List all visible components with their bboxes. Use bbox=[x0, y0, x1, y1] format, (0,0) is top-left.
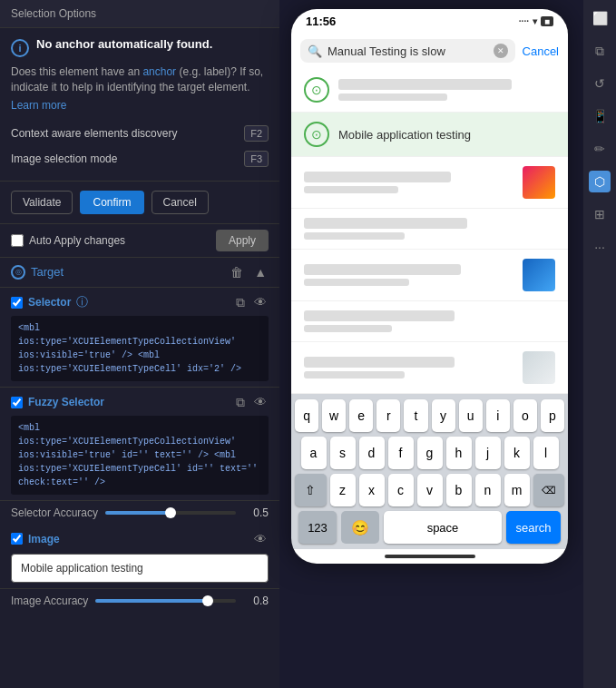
key-q[interactable]: q bbox=[295, 399, 318, 432]
selector-checkbox[interactable] bbox=[11, 297, 23, 309]
key-search[interactable]: search bbox=[506, 511, 561, 544]
fuzzy-selector-checkbox[interactable] bbox=[11, 397, 23, 408]
highlighted-item-text: Mobile application testing bbox=[338, 128, 555, 142]
key-a[interactable]: a bbox=[301, 437, 327, 469]
left-panel: Selection Options i No anchor automatica… bbox=[0, 0, 279, 688]
key-t[interactable]: t bbox=[404, 399, 427, 432]
key-u[interactable]: u bbox=[459, 399, 483, 432]
check-icon: ⊙ bbox=[311, 83, 322, 97]
key-emoji[interactable]: 😊 bbox=[341, 511, 379, 544]
apply-button[interactable]: Apply bbox=[216, 230, 269, 251]
selector-accuracy-row: Selector Accuracy 0.5 bbox=[0, 501, 279, 525]
selector-accuracy-label: Selector Accuracy bbox=[11, 506, 98, 519]
sidebar-icon-mobile[interactable]: 📱 bbox=[589, 105, 611, 127]
key-l[interactable]: l bbox=[533, 437, 559, 469]
confirm-button[interactable]: Confirm bbox=[80, 191, 143, 214]
key-o[interactable]: o bbox=[513, 399, 537, 432]
image-accuracy-slider[interactable] bbox=[95, 599, 236, 603]
sidebar-icon-more[interactable]: ··· bbox=[589, 236, 611, 258]
key-j[interactable]: j bbox=[475, 437, 501, 469]
keyboard-bottom-row: 123 😊 space search bbox=[295, 511, 564, 544]
item-thumbnail bbox=[523, 166, 555, 199]
key-numbers[interactable]: 123 bbox=[298, 511, 337, 544]
sidebar-icon-layers[interactable]: ⧉ bbox=[589, 40, 611, 62]
selector-visibility-icon[interactable]: 👁 bbox=[252, 293, 269, 312]
clear-search-button[interactable]: ✕ bbox=[494, 44, 508, 58]
key-r[interactable]: r bbox=[376, 399, 400, 432]
learn-more-link[interactable]: Learn more bbox=[11, 99, 269, 112]
key-s[interactable]: s bbox=[330, 437, 356, 469]
sidebar-icon-chip[interactable]: ⬡ bbox=[589, 171, 611, 192]
image-checkbox[interactable] bbox=[11, 533, 23, 545]
blurred-text bbox=[338, 79, 512, 90]
key-v[interactable]: v bbox=[417, 474, 443, 506]
blurred-text bbox=[304, 357, 455, 368]
key-c[interactable]: c bbox=[388, 474, 414, 506]
search-input-container[interactable]: 🔍 Manual Testing is slow ✕ bbox=[300, 39, 515, 63]
image-accuracy-row: Image Accuracy 0.8 bbox=[0, 589, 279, 609]
key-delete[interactable]: ⌫ bbox=[533, 474, 565, 506]
list-item-highlighted[interactable]: ⊙ Mobile application testing bbox=[291, 113, 568, 157]
keyboard: q w e r t y u i o p a s d f g h j k l bbox=[291, 394, 568, 549]
blurred-subtext bbox=[304, 186, 398, 193]
selector-section: Selector ⓘ ⧉ 👁 <mbl ios:type='XCUIElemen… bbox=[0, 288, 279, 388]
key-n[interactable]: n bbox=[475, 474, 501, 506]
image-visibility-icon[interactable]: 👁 bbox=[252, 530, 269, 548]
keyboard-row-1: q w e r t y u i o p bbox=[295, 399, 564, 432]
sidebar-icon-edit[interactable]: ✏ bbox=[589, 138, 611, 160]
circle-icon: ⊙ bbox=[304, 77, 329, 103]
list-item[interactable] bbox=[291, 301, 568, 342]
selector-info-icon: ⓘ bbox=[76, 294, 88, 310]
target-delete-icon[interactable]: 🗑 bbox=[229, 263, 245, 281]
key-m[interactable]: m bbox=[504, 474, 530, 506]
target-collapse-icon[interactable]: ▲ bbox=[252, 263, 269, 281]
fuzzy-visibility-icon[interactable]: 👁 bbox=[252, 393, 269, 412]
key-e[interactable]: e bbox=[349, 399, 373, 432]
key-i[interactable]: i bbox=[486, 399, 510, 432]
key-d[interactable]: d bbox=[359, 437, 385, 469]
image-section: Image 👁 Mobile application testing bbox=[0, 525, 279, 589]
validate-button[interactable]: Validate bbox=[11, 191, 73, 214]
fuzzy-selector-section: Fuzzy Selector ⧉ 👁 <mbl ios:type='XCUIEl… bbox=[0, 388, 279, 501]
panel-title: Selection Options bbox=[11, 7, 96, 20]
target-icon: ◎ bbox=[11, 265, 25, 280]
anchor-link[interactable]: anchor bbox=[142, 65, 176, 78]
sidebar-icon-grid[interactable]: ⊞ bbox=[589, 203, 611, 225]
list-item[interactable] bbox=[291, 157, 568, 209]
sidebar-icon-square[interactable]: ⬜ bbox=[589, 7, 611, 29]
keyboard-row-3: ⇧ z x c v b n m ⌫ bbox=[295, 474, 564, 506]
phone-search-bar: 🔍 Manual Testing is slow ✕ Cancel bbox=[291, 34, 568, 68]
key-k[interactable]: k bbox=[504, 437, 530, 469]
phone-content: ⊙ ⊙ Mobile application testing bbox=[291, 68, 568, 394]
key-x[interactable]: x bbox=[359, 474, 385, 506]
list-item[interactable] bbox=[291, 250, 568, 301]
selector-copy-icon[interactable]: ⧉ bbox=[234, 293, 247, 312]
list-item[interactable] bbox=[291, 209, 568, 250]
sidebar-icon-refresh[interactable]: ↺ bbox=[589, 73, 611, 94]
key-shift[interactable]: ⇧ bbox=[295, 474, 327, 506]
key-f[interactable]: f bbox=[388, 437, 414, 469]
key-z[interactable]: z bbox=[330, 474, 356, 506]
key-space[interactable]: space bbox=[384, 511, 502, 544]
selector-code: <mbl ios:type='XCUIElementTypeCollection… bbox=[11, 316, 269, 381]
list-item[interactable] bbox=[291, 342, 568, 394]
auto-apply-label: Auto Apply changes bbox=[29, 234, 125, 247]
anchor-title: No anchor automatically found. bbox=[36, 37, 212, 51]
key-w[interactable]: w bbox=[322, 399, 346, 432]
key-g[interactable]: g bbox=[417, 437, 443, 469]
selector-accuracy-slider[interactable] bbox=[105, 511, 236, 515]
blurred-subtext bbox=[304, 279, 409, 286]
key-h[interactable]: h bbox=[446, 437, 472, 469]
cancel-search-button[interactable]: Cancel bbox=[523, 44, 559, 58]
status-icons: ···· ▾ ■ bbox=[519, 16, 553, 26]
fuzzy-copy-icon[interactable]: ⧉ bbox=[234, 393, 247, 412]
key-b[interactable]: b bbox=[446, 474, 472, 506]
cancel-button[interactable]: Cancel bbox=[152, 191, 209, 214]
list-item[interactable]: ⊙ bbox=[291, 68, 568, 113]
phone-device: 11:56 ···· ▾ ■ 🔍 Manual Testing is slow … bbox=[291, 9, 568, 564]
image-selection-label: Image selection mode bbox=[11, 152, 117, 165]
highlight-circle-icon: ⊙ bbox=[304, 122, 329, 147]
key-p[interactable]: p bbox=[541, 399, 564, 432]
auto-apply-checkbox[interactable] bbox=[11, 234, 24, 247]
key-y[interactable]: y bbox=[432, 399, 455, 432]
